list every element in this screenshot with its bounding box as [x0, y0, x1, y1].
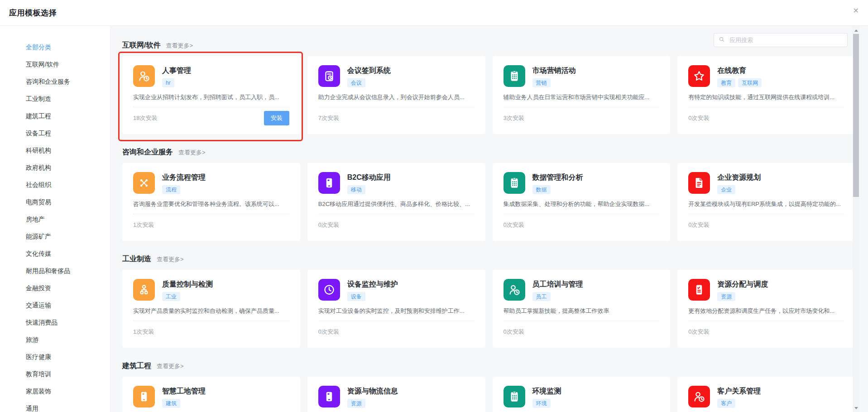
card-footer: 7次安装 — [318, 107, 475, 129]
app-tag: 客户 — [717, 399, 735, 408]
sidebar-item[interactable]: 全部分类 — [0, 38, 110, 56]
install-button[interactable]: 安装 — [264, 111, 289, 125]
app-template-card[interactable]: 人事管理 hr 实现企业从招聘计划发布，到招聘面试，员工入职，员... 18次安… — [122, 56, 300, 134]
sidebar-item[interactable]: 设备工程 — [0, 125, 110, 142]
close-icon[interactable]: ✕ — [853, 7, 859, 14]
app-name: 质量控制与检测 — [162, 280, 213, 289]
card-header: 市场营销活动 营销 — [504, 65, 660, 87]
tag-list: 流程 — [162, 185, 206, 194]
see-more-link[interactable]: 查看更多> — [157, 255, 184, 263]
sidebar-item[interactable]: 建筑工程 — [0, 107, 110, 125]
search-box[interactable] — [714, 33, 848, 47]
category-list: 全部分类互联网/软件咨询和企业服务工业制造建筑工程设备工程科研机构政府机构社会组… — [0, 38, 110, 412]
app-name: 业务流程管理 — [162, 173, 206, 182]
sidebar-item[interactable]: 通用 — [0, 400, 110, 412]
sidebar-item[interactable]: 耐用品和奢侈品 — [0, 262, 110, 279]
sidebar-item[interactable]: 电商贸易 — [0, 193, 110, 211]
sidebar-item[interactable]: 教育培训 — [0, 365, 110, 383]
app-description: 有特定的知识或技能，通过互联网提供在线课程或培训... — [688, 93, 844, 101]
card-footer: 1次安装 — [133, 321, 289, 343]
app-description: 助力企业完成从会议信息录入，到会议开始前参会人员... — [318, 93, 475, 101]
app-template-card[interactable]: 员工培训与管理 员工 帮助员工掌握新技能，提高整体工作效率 0次安装 — [493, 270, 671, 348]
document-lines-icon — [688, 172, 710, 194]
app-template-card[interactable]: 会议签到系统 会议 助力企业完成从会议信息录入，到会议开始前参会人员... 7次… — [307, 56, 485, 134]
app-name: 资源与物流信息 — [347, 387, 398, 396]
app-name: B2C移动应用 — [347, 173, 391, 182]
scroll-up-arrow-icon[interactable] — [853, 27, 859, 34]
card-meta: 在线教育 教育互联网 — [717, 65, 762, 87]
card-meta: 数据管理和分析 数据 — [532, 172, 583, 194]
sidebar-item[interactable]: 家居装饰 — [0, 383, 110, 400]
app-template-card[interactable]: 企业资源规划 企业 开发某些模块或与现有ERP系统集成，以提高特定功能的... … — [677, 163, 855, 241]
card-footer: 3次安装 — [504, 107, 660, 129]
card-header: B2C移动应用 移动 — [318, 172, 475, 194]
app-template-card[interactable]: 资源与物流信息 资源 — [307, 377, 485, 412]
phone-checklist-icon — [688, 279, 710, 301]
sidebar-item[interactable]: 社会组织 — [0, 176, 110, 193]
app-template-card[interactable]: 智慧工地管理 建筑 — [122, 377, 300, 412]
see-more-link[interactable]: 查看更多> — [178, 149, 206, 157]
clipboard-list-icon — [504, 65, 525, 87]
card-meta: 企业资源规划 企业 — [717, 172, 761, 194]
app-name: 人事管理 — [162, 66, 191, 76]
sidebar-item[interactable]: 医疗健康 — [0, 348, 110, 365]
app-template-card[interactable]: 业务流程管理 流程 咨询服务业需要优化和管理各种业务流程。该系统可以... 1次… — [122, 163, 300, 241]
tag-list: 建筑 — [162, 399, 206, 408]
app-tag: hr — [162, 78, 174, 87]
app-template-card[interactable]: 在线教育 教育互联网 有特定的知识或技能，通过互联网提供在线课程或培训... 0… — [677, 56, 855, 134]
sidebar-item[interactable]: 文化传媒 — [0, 245, 110, 262]
tag-list: 工业 — [162, 292, 213, 301]
tag-list: 资源 — [347, 399, 398, 408]
tag-list: 资源 — [717, 292, 768, 301]
sidebar-item[interactable]: 房地产 — [0, 211, 110, 228]
app-name: 企业资源规划 — [717, 173, 761, 182]
sidebar-item[interactable]: 政府机构 — [0, 159, 110, 176]
app-template-card[interactable]: 资源分配与调度 资源 更有效地分配资源和调度生产任务，以应对市场变化和... 0… — [677, 270, 855, 348]
app-name: 会议签到系统 — [347, 66, 391, 76]
card-grid: 业务流程管理 流程 咨询服务业需要优化和管理各种业务流程。该系统可以... 1次… — [122, 163, 855, 241]
scroll-down-arrow-icon[interactable] — [853, 405, 859, 411]
sidebar-item[interactable]: 互联网/软件 — [0, 56, 110, 73]
app-template-card[interactable]: 环境监测 环境 — [493, 377, 671, 412]
category-section: 建筑工程 查看更多> 智慧工地管理 建筑 资源与物流信息 资源 — [122, 361, 855, 412]
app-tag: 流程 — [162, 185, 180, 194]
sidebar-item[interactable]: 快速消费品 — [0, 314, 110, 331]
app-name: 设备监控与维护 — [347, 280, 398, 289]
app-tag: 移动 — [347, 185, 365, 194]
app-tag: 教育 — [717, 78, 735, 87]
install-count: 18次安装 — [133, 114, 157, 122]
install-count: 1次安装 — [133, 221, 154, 229]
person-clock-icon — [504, 279, 525, 301]
card-footer: 0次安装 — [504, 321, 660, 343]
app-template-card[interactable]: B2C移动应用 移动 B2C移动应用通过提供便利性、商品多样化、价格比较、...… — [307, 163, 485, 241]
sidebar-item[interactable]: 能源矿产 — [0, 228, 110, 245]
app-template-card[interactable]: 市场营销活动 营销 辅助业务人员在日常运营和市场营销中实现相关功能应... 3次… — [493, 56, 671, 134]
app-description: 开发某些模块或与现有ERP系统集成，以提高特定功能的... — [688, 200, 844, 208]
scrollbar-thumb[interactable] — [853, 34, 859, 197]
sidebar-item[interactable]: 咨询和企业服务 — [0, 73, 110, 90]
app-template-card[interactable]: 客户关系管理 客户 — [677, 377, 855, 412]
see-more-link[interactable]: 查看更多> — [157, 362, 184, 370]
install-count: 0次安装 — [318, 221, 339, 229]
app-template-card[interactable]: 数据管理和分析 数据 集成数据采集、处理和分析的功能，帮助企业实现数据... 0… — [493, 163, 671, 241]
sidebar-item[interactable]: 金融投资 — [0, 279, 110, 297]
search-input[interactable] — [729, 36, 843, 44]
card-header: 人事管理 hr — [133, 65, 289, 87]
card-meta: 员工培训与管理 员工 — [532, 279, 583, 301]
sidebar-item[interactable]: 交通运输 — [0, 297, 110, 314]
sidebar-item[interactable]: 科研机构 — [0, 142, 110, 159]
app-name: 环境监测 — [532, 387, 561, 396]
scrollbar[interactable] — [853, 26, 859, 412]
sidebar-item[interactable]: 旅游 — [0, 331, 110, 348]
tag-list: 数据 — [532, 185, 583, 194]
section-header: 咨询和企业服务 查看更多> — [122, 148, 855, 157]
app-tag: 环境 — [532, 399, 551, 408]
app-tag: 营销 — [532, 78, 551, 87]
app-template-card[interactable]: 设备监控与维护 设备 实现对工业设备的实时监控，及时预测和安排维护工作... 0… — [307, 270, 485, 348]
sidebar-item[interactable]: 工业制造 — [0, 90, 110, 107]
card-footer: 1次安装 — [133, 214, 289, 236]
card-header: 资源与物流信息 资源 — [318, 386, 475, 407]
app-tag: 工业 — [162, 292, 180, 301]
see-more-link[interactable]: 查看更多> — [166, 42, 193, 50]
app-template-card[interactable]: 质量控制与检测 工业 实现对产品质量的实时监控和自动检测，确保产品质量... 1… — [122, 270, 300, 348]
